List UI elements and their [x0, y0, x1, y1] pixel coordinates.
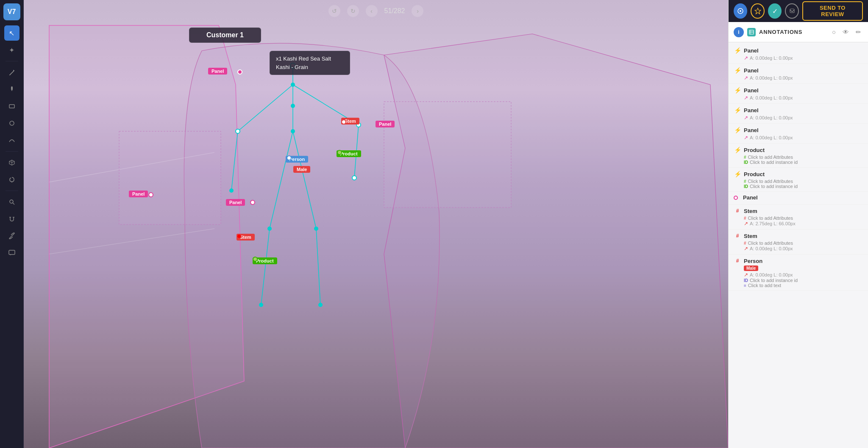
curve-tool[interactable]	[4, 133, 19, 148]
panel-sub-3: ↗ A: 0.00deg L: 0.00px	[744, 95, 863, 101]
circle-tool[interactable]	[4, 116, 19, 131]
svg-marker-32	[384, 34, 728, 448]
person-label-ann: Person	[744, 258, 762, 264]
person-add-text[interactable]: ≡ Click to add text	[744, 283, 863, 288]
svg-point-29	[314, 227, 318, 231]
redo-button[interactable]: ↻	[347, 5, 359, 17]
undo-button[interactable]: ↺	[328, 5, 340, 17]
svg-rect-35	[119, 131, 221, 224]
panel-icon-5: ⚡	[734, 126, 741, 134]
panel-icon-1: ⚡	[734, 47, 741, 54]
product-icon-2: ⚡	[734, 170, 741, 178]
lasso-tool[interactable]	[4, 172, 19, 187]
panel-label-5: Panel	[744, 127, 759, 133]
panel-icon-2: ⚡	[734, 66, 741, 74]
product-label-ann-1: Product	[744, 147, 765, 153]
product-icon-1: ⚡	[734, 146, 741, 154]
svg-rect-36	[384, 102, 511, 207]
stem-sub-1: ↗ A: 2.75deg L: 66.00px	[744, 221, 863, 227]
svg-line-15	[231, 131, 238, 191]
link-tool[interactable]	[4, 228, 19, 243]
panel-label-top[interactable]: Panel	[208, 68, 227, 75]
panel-label-middle[interactable]: Panel	[226, 199, 245, 206]
pen-tool[interactable]	[4, 65, 19, 80]
product-dot-main	[337, 150, 342, 155]
svg-point-23	[291, 129, 295, 133]
person-tag-badge: Male	[744, 265, 758, 271]
prev-frame-button[interactable]: ‹	[366, 5, 378, 17]
product-info-box: x1 Kashi Red Sea Salt Kashi - Grain	[270, 51, 350, 75]
approve-button[interactable]: ✓	[768, 3, 782, 19]
annotation-canvas[interactable]: Customer 1 x1 Kashi Red Sea Salt Kashi -…	[24, 0, 728, 448]
annotation-item-panel-3[interactable]: ⚡ Panel ↗ A: 0.00deg L: 0.00px	[729, 84, 868, 104]
annotation-item-product-2[interactable]: ⚡ Product # Click to add Attributes ID C…	[729, 168, 868, 192]
panel-label-right[interactable]: Panel	[376, 121, 395, 127]
male-badge[interactable]: Male	[293, 166, 310, 173]
svg-point-27	[352, 176, 356, 180]
annotation-item-person[interactable]: # Person Male ↗ A: 0.00deg L: 0.00px ID …	[729, 254, 868, 291]
send-to-review-button[interactable]: SEND TO REVIEW	[802, 1, 863, 21]
toggle-visibility-button[interactable]: ○	[830, 27, 837, 37]
left-toolbar: V7 ↖ ✦	[0, 0, 24, 448]
panel-label-3: Panel	[744, 87, 759, 94]
toolbar-divider-2	[6, 151, 18, 152]
review-mode-button[interactable]	[751, 3, 765, 19]
stem-icon-1: #	[734, 207, 741, 215]
annotation-item-panel-2[interactable]: ⚡ Panel ↗ A: 0.00deg L: 0.00px	[729, 64, 868, 84]
person-add-instance-id[interactable]: ID Click to add instance id	[744, 278, 863, 283]
panel-sub-1: ↗ A: 0.00deg L: 0.00px	[744, 55, 863, 61]
svg-marker-10	[49, 25, 244, 448]
panel-sub-2: ↗ A: 0.00deg L: 0.00px	[744, 75, 863, 81]
edit-button[interactable]: ✏	[854, 27, 863, 38]
annotate-mode-button[interactable]	[734, 3, 747, 19]
annotation-item-stem-1[interactable]: # Stem # Click to add Attributes ↗ A: 2.…	[729, 205, 868, 230]
annotation-item-panel-dot[interactable]: Panel	[729, 192, 868, 205]
stem-dot-bottom	[236, 234, 242, 239]
reject-button[interactable]	[785, 3, 799, 19]
svg-point-4	[10, 200, 13, 203]
canvas-area[interactable]: ↺ ↻ ‹ 51/282 ›	[24, 0, 728, 448]
panel-label-left[interactable]: Panel	[129, 191, 148, 197]
svg-line-17	[270, 131, 293, 229]
svg-point-24	[236, 129, 240, 133]
info-button[interactable]: i	[734, 27, 744, 37]
magic-wand-tool[interactable]: ✦	[4, 42, 19, 58]
magnet-tool[interactable]	[4, 211, 19, 227]
panel-label-4: Panel	[744, 107, 759, 113]
annotation-item-panel-5[interactable]: ⚡ Panel ↗ A: 0.00deg L: 0.00px	[729, 124, 868, 144]
eye-button[interactable]: 👁	[841, 27, 851, 37]
stem-add-attributes-2[interactable]: # Click to add Attributes	[744, 241, 863, 246]
logo-button[interactable]: V7	[3, 3, 20, 20]
rectangle-tool[interactable]	[4, 99, 19, 114]
toolbar-divider-3	[6, 191, 18, 191]
annotations-title: ANNOTATIONS	[759, 29, 827, 35]
svg-point-2	[10, 121, 14, 125]
svg-line-18	[293, 131, 316, 229]
cursor-tool[interactable]: ↖	[4, 25, 19, 41]
add-instance-id-1[interactable]: ID Click to add instance id	[744, 160, 863, 165]
search-tool[interactable]	[4, 194, 19, 210]
right-panel: ✓ SEND TO REVIEW i ANNOTATIONS ○ 👁 ✏	[728, 0, 868, 448]
cube-tool[interactable]	[4, 155, 19, 170]
annotation-item-product-1[interactable]: ⚡ Product # Click to add Attributes ID C…	[729, 144, 868, 168]
stem-add-attributes-1[interactable]: # Click to add Attributes	[744, 216, 863, 221]
panel-sub-5: ↗ A: 0.00deg L: 0.00px	[744, 135, 863, 141]
panel-dot-left	[148, 192, 153, 197]
add-attributes-2[interactable]: # Click to add Attributes	[744, 179, 863, 184]
annotation-item-stem-2[interactable]: # Stem # Click to add Attributes ↗ A: 0.…	[729, 230, 868, 254]
customer-info-box: Customer 1	[189, 28, 261, 43]
chat-tool[interactable]	[4, 245, 19, 260]
svg-line-20	[316, 229, 320, 305]
annotation-overlay	[24, 0, 728, 448]
brush-tool[interactable]	[4, 82, 19, 97]
annotation-item-panel-4[interactable]: ⚡ Panel ↗ A: 0.00deg L: 0.00px	[729, 104, 868, 124]
svg-point-22	[291, 104, 295, 108]
frame-counter[interactable]: 51/282	[384, 7, 405, 15]
annotation-item-panel-1[interactable]: ⚡ Panel ↗ A: 0.00deg L: 0.00px	[729, 44, 868, 64]
add-attributes-1[interactable]: # Click to add Attributes	[744, 155, 863, 160]
svg-line-5	[13, 203, 14, 205]
add-instance-id-2[interactable]: ID Click to add instance id	[744, 184, 863, 189]
svg-point-38	[740, 10, 741, 12]
product-dot-bottom	[253, 257, 258, 262]
stem-label-ann-2: Stem	[744, 233, 757, 239]
